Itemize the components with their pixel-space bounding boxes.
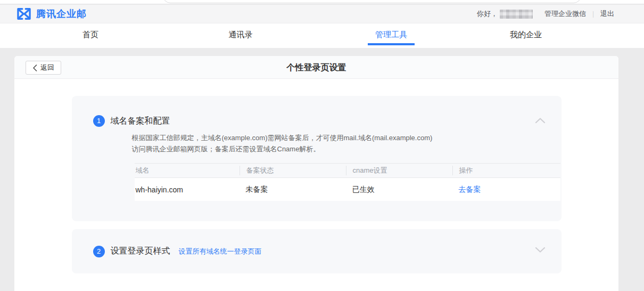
domain-table-header-row: 域名 备案状态 cname设置 操作 [135, 163, 560, 178]
topbar: 腾讯企业邮 你好， 管理企业微信 | 退出 [0, 5, 644, 23]
section-domain-record-card: 1 域名备案和配置 根据国家工信部规定，主域名(example.com)需网站备… [72, 96, 562, 221]
nav-tab-admin-tools[interactable]: 管理工具 [375, 23, 407, 48]
manage-wechat-link[interactable]: 管理企业微信 [544, 9, 586, 19]
section1-description-line1: 根据国家工信部规定，主域名(example.com)需网站备案后，才可使用mai… [132, 132, 540, 143]
chevron-up-icon[interactable] [535, 117, 546, 124]
page-header: 返回 个性登录页设置 [14, 56, 618, 79]
username-redacted [500, 10, 533, 19]
cell-record-status: 未备案 [240, 185, 346, 195]
column-header-record-status: 备案状态 [240, 166, 346, 175]
chevron-down-icon[interactable] [535, 247, 546, 253]
nav-tab-my-company[interactable]: 我的企业 [510, 23, 542, 48]
domain-table: 域名 备案状态 cname设置 操作 wh-haiyin.com 未备案 已生效… [135, 163, 560, 201]
section1-description-line2: 访问腾讯企业邮箱网页版；备案后还需设置域名Cname解析。 [132, 143, 540, 155]
exmail-logo-icon [16, 7, 32, 20]
browser-omnibox-edge [163, 0, 581, 3]
topbar-right: 你好， 管理企业微信 | 退出 [477, 9, 614, 19]
logout-link[interactable]: 退出 [600, 9, 614, 19]
cell-cname-status: 已生效 [346, 185, 452, 195]
section2-header: 2 设置登录页样式 设置所有域名统一登录页面 [93, 246, 262, 257]
column-header-cname-setting: cname设置 [346, 166, 452, 175]
unified-login-page-link[interactable]: 设置所有域名统一登录页面 [179, 247, 262, 256]
section1-description: 根据国家工信部规定，主域名(example.com)需网站备案后，才可使用mai… [132, 132, 540, 155]
go-record-link[interactable]: 去备案 [459, 185, 481, 193]
panel-body: 1 域名备案和配置 根据国家工信部规定，主域名(example.com)需网站备… [14, 79, 618, 273]
main-panel: 返回 个性登录页设置 1 域名备案和配置 根据国家工信部规定，主域名(examp… [14, 56, 618, 291]
main-nav: 首页 通讯录 管理工具 我的企业 [0, 23, 644, 48]
browser-chrome-sliver [0, 0, 644, 4]
step2-number-badge: 2 [93, 246, 105, 257]
step1-number-badge: 1 [93, 115, 105, 127]
page-title: 个性登录页设置 [287, 56, 346, 79]
section1-title: 域名备案和配置 [111, 116, 170, 127]
chevron-left-icon [32, 64, 37, 71]
section1-header: 1 域名备案和配置 [93, 115, 540, 127]
nav-tab-home[interactable]: 首页 [82, 23, 98, 48]
topbar-divider: | [592, 10, 594, 18]
column-header-action: 操作 [452, 166, 560, 175]
section-login-style-card: 2 设置登录页样式 设置所有域名统一登录页面 [72, 229, 562, 273]
back-button[interactable]: 返回 [26, 61, 61, 75]
logo[interactable]: 腾讯企业邮 [16, 7, 87, 20]
table-row: wh-haiyin.com 未备案 已生效 去备案 [135, 178, 560, 201]
greeting-text: 你好， [477, 9, 498, 19]
cell-domain-name: wh-haiyin.com [135, 185, 240, 194]
back-button-label: 返回 [40, 63, 54, 72]
column-header-domain: 域名 [135, 166, 240, 175]
nav-tab-contacts[interactable]: 通讯录 [229, 23, 253, 48]
section2-title: 设置登录页样式 [111, 246, 170, 257]
logo-text: 腾讯企业邮 [36, 7, 87, 20]
